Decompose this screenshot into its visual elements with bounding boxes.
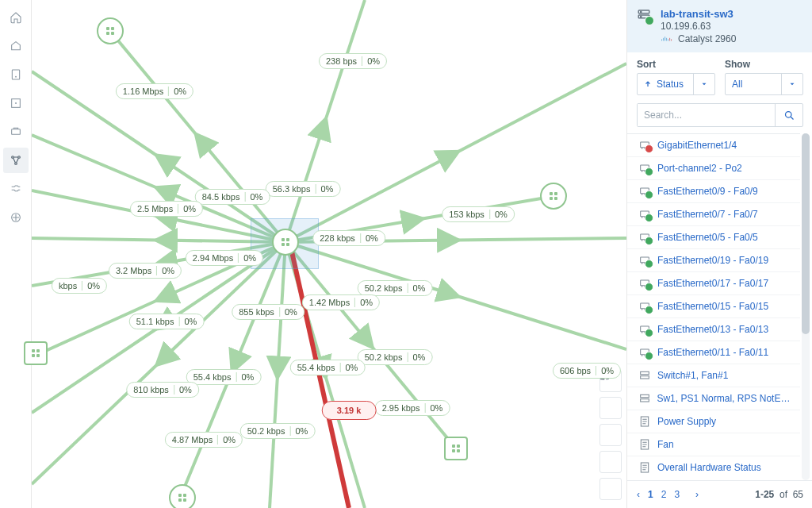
list-item-icon [637,345,653,360]
link-label[interactable]: 50.2 kbps0% [358,280,433,296]
list-item-label[interactable]: FastEthernet0/11 - Fa0/11 [657,347,768,358]
topology-node[interactable] [540,183,567,210]
list-item-icon [637,460,653,475]
nav-rail-item-4[interactable] [3,119,29,144]
link-util: 0% [241,370,254,384]
list-item[interactable]: Power Supply [627,410,800,433]
list-item[interactable]: FastEthernet0/11 - Fa0/11 [627,341,800,364]
list-item-label[interactable]: FastEthernet0/15 - Fa0/15 [657,301,768,312]
zoom-out-button[interactable] [599,424,622,446]
topology-node[interactable] [24,341,48,365]
topology-canvas[interactable]: 238 bps0%1.16 Mbps0%56.3 kbps0%84.5 kbps… [32,0,626,508]
scrollbar-thumb[interactable] [802,133,810,334]
link-label[interactable]: 153 kbps0% [442,206,515,222]
link-label[interactable]: 56.3 kbps0% [266,181,341,197]
link-label[interactable]: 84.5 kbps0% [195,189,270,205]
list-item-label[interactable]: FastEthernet0/7 - Fa0/7 [657,209,758,220]
zoom-in-button[interactable] [599,397,622,419]
link-label[interactable]: 855 kbps0% [232,304,304,320]
list-item[interactable]: FastEthernet0/19 - Fa0/19 [627,248,800,271]
show-dropdown[interactable]: All [725,73,803,95]
pager-prev[interactable]: ‹ [637,489,640,500]
list-item[interactable]: FastEthernet0/15 - Fa0/15 [627,294,800,318]
nav-rail-item-0[interactable] [3,5,29,30]
link-label[interactable]: 2.94 Mbps0% [186,250,263,266]
list-item-label[interactable]: Overall Hardware Status [657,462,761,473]
list-item-label[interactable]: FastEthernet0/5 - Fa0/5 [657,232,758,243]
link-label[interactable]: 2.5 Mbps0% [130,201,203,217]
list-item-label[interactable]: FastEthernet0/13 - Fa0/13 [657,324,768,335]
fullscreen-button[interactable] [599,478,622,500]
link-label[interactable]: 1.42 Mbps0% [302,294,380,310]
svg-point-51 [641,11,642,12]
link-label[interactable]: 51.1 kbps0% [129,314,205,329]
list-item-icon [637,184,653,198]
list-item[interactable]: FastEthernet0/17 - Fa0/17 [627,271,800,294]
link-label[interactable]: 55.4 kbps0% [186,369,262,385]
link-label[interactable]: 238 bps0% [319,53,387,69]
list-item[interactable]: FastEthernet0/13 - Fa0/13 [627,318,800,341]
link-label[interactable]: kbps0% [52,278,107,294]
list-item-label[interactable]: FastEthernet0/9 - Fa0/9 [657,186,758,197]
link-label[interactable]: 3.2 Mbps0% [109,263,182,279]
list-item-label[interactable]: GigabitEthernet1/4 [657,140,737,151]
list-item[interactable]: FastEthernet0/7 - Fa0/7 [627,202,800,225]
list-item-label[interactable]: FastEthernet0/17 - Fa0/17 [657,278,768,289]
list-item-label[interactable]: Power Supply [657,416,716,427]
list-item[interactable]: FastEthernet0/5 - Fa0/5 [627,225,800,248]
link-label[interactable]: 4.87 Mbps0% [165,432,243,448]
list-item[interactable]: Fan [627,433,800,456]
nav-rail-item-6[interactable] [3,176,29,202]
link-util: 0% [601,364,614,378]
nav-rail-item-5[interactable] [3,148,29,173]
topology-node hub-node[interactable] [272,229,299,256]
list-item[interactable]: Overall Hardware Status [627,456,800,479]
list-item[interactable]: Port-channel2 - Po2 [627,156,800,179]
topology-node[interactable] [444,437,468,460]
link-util: 0% [412,281,425,295]
nav-rail-item-1[interactable] [3,33,29,59]
link-rate: 4.87 Mbps [172,433,213,447]
list-item[interactable]: Sw1, PS1 Normal, RPS NotExist [627,387,800,410]
svg-point-53 [785,111,791,117]
search-input[interactable] [638,104,775,126]
link-util: 0% [223,433,236,447]
link-label[interactable]: 55.4 kbps0% [290,360,366,375]
svg-point-7 [14,163,17,165]
nav-rail-item-7[interactable] [3,205,29,230]
link-label[interactable]: 810 kbps0% [126,382,199,398]
fit-button[interactable] [599,451,622,473]
status-dot [645,306,653,314]
link-label[interactable]: 606 bps0% [553,363,621,379]
svg-line-14 [456,64,626,153]
link-util: 0% [360,295,373,310]
pager-page[interactable]: 2 [661,489,667,500]
pager-page[interactable]: 1 [648,489,653,500]
sort-dropdown[interactable]: Status [637,73,715,95]
link-label[interactable]: 1.16 Mbps0% [116,83,193,99]
link-label-alert[interactable]: 3.19 k [322,401,377,420]
list-item-label[interactable]: FastEthernet0/19 - Fa0/19 [657,255,768,266]
search-button[interactable] [775,104,802,126]
link-label[interactable]: 2.95 kbps0% [375,400,450,416]
link-util: 0% [184,314,197,329]
topology-node[interactable] [169,484,196,508]
link-util: 0% [366,231,378,245]
link-label[interactable]: 228 kbps0% [312,230,385,246]
list-item[interactable]: FastEthernet0/9 - Fa0/9 [627,179,800,202]
link-label[interactable]: 50.2 kbps0% [358,349,433,365]
link-label[interactable]: 50.2 kbps0% [240,423,316,439]
list-item-label[interactable]: Sw1, PS1 Normal, RPS NotExist [657,393,791,404]
list-item-label[interactable]: Port-channel2 - Po2 [657,163,742,174]
pager-range: 1-25 [755,489,774,500]
list-item[interactable]: Switch#1, Fan#1 [627,364,800,387]
topology-node[interactable] [97,17,124,44]
list-item-label[interactable]: Fan [657,439,674,450]
list-item-label[interactable]: Switch#1, Fan#1 [657,370,728,381]
nav-rail-item-2[interactable] [3,62,29,87]
device-name[interactable]: lab-transit-sw3 [661,8,736,20]
pager-next[interactable]: › [695,489,699,500]
pager-page[interactable]: 3 [674,489,680,500]
nav-rail-item-3[interactable] [3,90,29,116]
list-item[interactable]: GigabitEthernet1/4 [627,133,800,156]
